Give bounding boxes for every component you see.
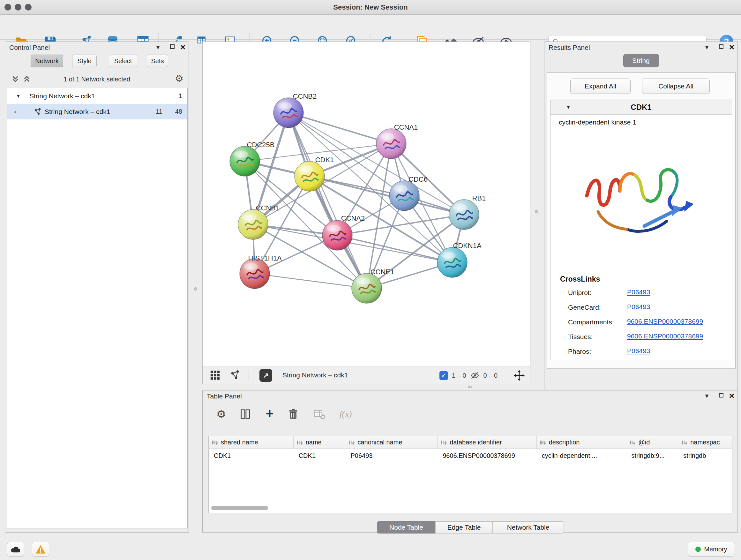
titlebar: Session: New Session (0, 0, 741, 15)
network-node-label: CDK1 (315, 156, 334, 164)
cell-id[interactable]: stringdb:9... (626, 449, 678, 462)
cell-description[interactable]: cyclin-dependent ... (537, 449, 626, 462)
column-label: @id (638, 439, 650, 446)
chevron-down-icon: ▾ (705, 44, 709, 51)
main-toolbar: ? (0, 15, 741, 40)
network-node-cdk1[interactable] (294, 161, 325, 191)
warnings-button[interactable] (32, 542, 49, 557)
network-row-selected[interactable]: ● String Network – cdk1 11 48 (7, 104, 187, 119)
horizontal-scrollbar-thumb[interactable] (211, 506, 268, 510)
crosslink-genecard[interactable]: P06493 (627, 303, 650, 311)
collapse-all-button[interactable]: Collapse All (642, 78, 710, 94)
crosslink-uniprot[interactable]: P06493 (627, 288, 650, 296)
panel-close-button[interactable]: × (729, 391, 734, 400)
column-sort-icon (629, 440, 636, 445)
network-view: CCNB2CCNA1CDC25BCDK1CDC6RB1CCNB1CCNA2CDK… (202, 42, 530, 384)
tab-style[interactable]: Style (72, 55, 97, 67)
birds-eye-view-button[interactable] (210, 370, 220, 381)
check-icon: ✓ (441, 372, 446, 379)
panel-float-button[interactable] (719, 393, 724, 397)
panel-float-button[interactable] (719, 44, 724, 49)
network-node-ccnb2[interactable] (273, 98, 304, 128)
splitter-handle[interactable] (535, 210, 538, 213)
network-node-ccnb1[interactable] (238, 209, 268, 240)
splitter-handle[interactable] (194, 287, 197, 291)
tab-edge-table[interactable]: Edge Table (435, 521, 493, 534)
network-node-cdc25b[interactable] (230, 146, 260, 176)
cloud-status-button[interactable] (7, 542, 24, 557)
open-view-button[interactable]: ↗ (259, 369, 272, 382)
table-options-button[interactable]: ⚙ (214, 407, 228, 421)
cell-canonical-name[interactable]: P06493 (345, 449, 437, 462)
show-columns-button[interactable] (239, 407, 253, 421)
expand-all-button[interactable]: Expand All (570, 78, 630, 94)
tab-node-table[interactable]: Node Table (377, 521, 435, 534)
network-node-ccne1[interactable] (352, 273, 382, 303)
network-node-cdkn1a[interactable] (437, 247, 467, 277)
string-results-box: Expand All Collapse All ▼ CDK1 cyclin-de… (547, 72, 736, 369)
delete-table-button[interactable] (313, 407, 327, 421)
cell-shared-name[interactable]: CDK1 (209, 449, 293, 462)
panel-collapse-button[interactable]: ▾ (154, 43, 162, 51)
delete-column-button[interactable] (286, 407, 300, 421)
network-node-rb1[interactable] (449, 199, 479, 230)
add-column-button[interactable]: + (263, 407, 277, 421)
protein-card-header[interactable]: ▼ CDK1 (550, 100, 732, 115)
memory-status-icon (695, 547, 701, 552)
network-node-ccna2[interactable] (322, 220, 352, 250)
memory-button[interactable]: Memory (688, 542, 735, 557)
button-label: Expand All (585, 82, 616, 90)
crosslink-compartments[interactable]: 9606.ENSP00000378699 (627, 318, 703, 325)
tab-string[interactable]: String (623, 54, 659, 67)
selected-checkbox[interactable]: ✓ (440, 371, 448, 380)
tab-network[interactable]: Network (30, 55, 63, 67)
tab-select[interactable]: Select (109, 55, 137, 67)
column-sort-icon (441, 440, 447, 445)
close-icon: × (729, 391, 734, 400)
panel-collapse-button[interactable]: ▾ (703, 392, 711, 400)
function-builder-button[interactable]: f(x) (335, 407, 356, 421)
table-delete-icon (313, 408, 326, 420)
column-header-canonical-name[interactable]: canonical name (345, 436, 437, 449)
gear-icon: ⚙ (216, 408, 226, 421)
column-sort-icon (540, 440, 546, 445)
network-node-ccna1[interactable] (376, 129, 406, 159)
protein-structure-image (579, 145, 703, 250)
network-collection-row[interactable]: ▼ String Network – cdk1 1 (7, 88, 187, 104)
panel-close-button[interactable]: × (729, 43, 734, 52)
network-options-button[interactable]: ⚙ (175, 73, 184, 84)
column-header-name[interactable]: name (293, 436, 346, 449)
tab-label: Sets (151, 57, 164, 65)
column-label: database identifier (450, 439, 502, 446)
tab-network-table[interactable]: Network Table (492, 521, 564, 534)
panel-collapse-button[interactable]: ▾ (703, 43, 711, 51)
crosslink-tissues[interactable]: 9606.ENSP00000378699 (627, 332, 703, 340)
network-overview-button[interactable] (229, 370, 240, 381)
float-window-icon (170, 44, 175, 49)
tab-label: Select (114, 57, 132, 65)
column-label: name (306, 439, 322, 446)
plus-icon: + (266, 406, 274, 421)
crosslink-pharos[interactable]: P06493 (627, 347, 650, 355)
column-header-namespace[interactable]: namespac (678, 436, 732, 449)
cell-name[interactable]: CDK1 (293, 449, 346, 462)
column-header-id[interactable]: @id (626, 436, 678, 449)
splitter-handle[interactable] (468, 386, 472, 388)
network-canvas[interactable]: CCNB2CCNA1CDC25BCDK1CDC6RB1CCNB1CCNA2CDK… (203, 42, 530, 366)
panel-close-button[interactable]: × (180, 43, 185, 52)
column-header-shared-name[interactable]: shared name (209, 436, 293, 449)
network-node-hist1h1a[interactable] (240, 259, 270, 289)
cell-database-identifier[interactable]: 9606.ENSP00000378699 (437, 449, 537, 462)
network-node-label: CCNB2 (293, 92, 317, 100)
close-icon: × (729, 43, 734, 52)
column-header-database-identifier[interactable]: database identifier (437, 436, 537, 449)
column-header-description[interactable]: description (537, 436, 626, 449)
cell-namespace[interactable]: stringdb (678, 449, 732, 462)
panel-float-button[interactable] (170, 44, 175, 49)
footer-status-group: ✓ 1 – 0 0 – 0 (440, 367, 525, 384)
network-node-cdc6[interactable] (389, 181, 419, 211)
pan-crosshair-icon[interactable] (514, 370, 525, 381)
crosslink-label: Tissues: (568, 333, 593, 341)
crosslink-label: Pharos: (568, 348, 591, 355)
tab-sets[interactable]: Sets (147, 55, 168, 67)
